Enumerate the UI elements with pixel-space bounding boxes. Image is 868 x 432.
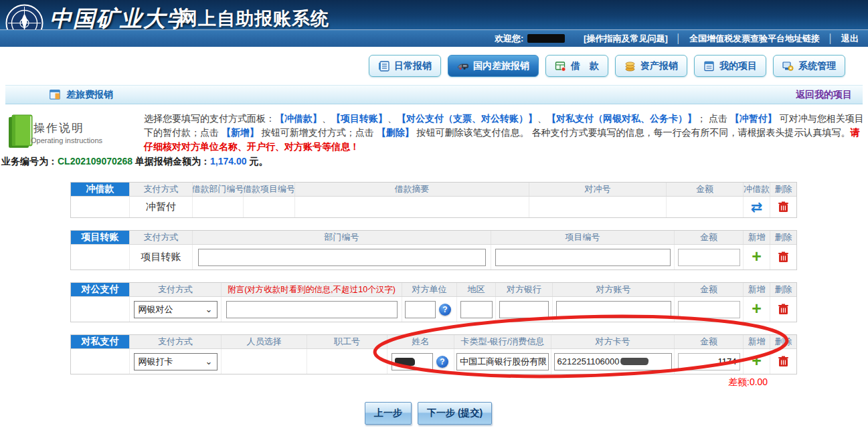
empty-cell — [71, 197, 130, 217]
section-label: 项目转账 — [71, 231, 130, 244]
back-to-projects-link[interactable]: 返回我的项目 — [796, 89, 852, 101]
section-project-transfer: 项目转账 支付方式 部门编号 项目编号 金额 新增 删除 项目转账 + — [70, 230, 797, 270]
column-header-memo: 附言(对方收款时看到的信息,不超过10个汉字) — [222, 283, 402, 296]
column-header: 删除 — [770, 335, 796, 348]
empty-cell — [71, 245, 130, 269]
column-header: 项目编号 — [491, 231, 675, 244]
daily-expense-icon — [378, 61, 389, 72]
wizard-buttons: 上一步 下一步 (提交) — [365, 402, 492, 425]
empty-cell — [193, 197, 244, 217]
next-step-submit-button[interactable]: 下一步 (提交) — [418, 402, 492, 425]
system-manage-icon — [782, 61, 794, 72]
column-header: 金额 — [675, 231, 744, 244]
column-header: 姓名 — [387, 335, 454, 348]
instructions-text: 选择您要填写的支付方式面板：【冲借款】、【项目转账】、【对公支付（支票、对公转账… — [144, 112, 864, 154]
balance-diff: 差额:0.00 — [728, 376, 768, 389]
travel-form-icon — [50, 90, 60, 100]
person-select-cell — [222, 349, 307, 374]
guide-link[interactable]: [操作指南及常见问题] — [584, 33, 668, 45]
table-row: 冲暂付 ⇄ — [71, 197, 796, 217]
invoice-check-link[interactable]: 全国增值税发票查验平台地址链接 — [689, 33, 820, 45]
welcome-bar: 欢迎您: [操作指南及常见问题] │ 全国增值税发票查验平台地址链接 │ 退出 — [0, 29, 868, 47]
loan-icon — [555, 61, 566, 72]
delete-row-icon[interactable] — [778, 251, 788, 263]
delete-row-icon[interactable] — [778, 356, 788, 367]
column-header: 借款摘要 — [295, 183, 529, 196]
project-code-input[interactable] — [495, 249, 671, 266]
column-header: 金额 — [675, 335, 744, 348]
name-redacted — [395, 358, 415, 366]
column-header: 新增 — [744, 283, 770, 296]
payee-name-input[interactable] — [392, 353, 433, 370]
column-header: 借款项目编号 — [244, 183, 295, 196]
tab-asset-expense[interactable]: 资产报销 — [615, 55, 687, 77]
payee-card-no-input[interactable]: 6212251106000 — [554, 353, 672, 370]
column-header: 借款部门编号 — [193, 183, 244, 196]
help-icon[interactable]: ? — [439, 304, 451, 316]
chevron-down-icon: ⌄ — [205, 356, 213, 366]
business-info-line: 业务编号为：CL202109070268 单据报销金额为：1,174.00 元。 — [1, 156, 268, 168]
offset-loan-icon[interactable]: ⇄ — [751, 200, 763, 214]
business-no-label: 业务编号为： — [1, 156, 58, 167]
empty-cell — [667, 197, 744, 217]
tab-domestic-travel[interactable]: 国内差旅报销 — [448, 55, 539, 77]
amount-input[interactable] — [678, 249, 740, 266]
column-header: 冲借款 — [744, 183, 770, 196]
amount-input[interactable] — [678, 301, 740, 318]
asset-coins-icon — [624, 61, 636, 72]
column-header: 删除 — [770, 183, 796, 196]
column-header: 部门编号 — [193, 231, 491, 244]
column-header: 职工号 — [307, 335, 387, 348]
pay-method-select[interactable]: 网银打卡⌄ — [134, 353, 218, 370]
pay-method-cell: 项目转账 — [130, 245, 193, 269]
column-header: 对方账号 — [553, 283, 675, 296]
column-header: 金额 — [667, 183, 744, 196]
column-header: 删除 — [770, 283, 796, 296]
tab-daily-expense[interactable]: 日常报销 — [369, 55, 441, 77]
tab-label: 系统管理 — [798, 60, 836, 72]
section-corporate-payment: 对公支付 支付方式 附言(对方收款时看到的信息,不超过10个汉字) 对方单位 地… — [70, 282, 797, 322]
tab-system-manage[interactable]: 系统管理 — [773, 55, 845, 77]
page-title: 差旅费报销 — [66, 89, 113, 101]
column-header: 地区 — [457, 283, 496, 296]
section-offset-loan: 冲借款 支付方式 借款部门编号 借款项目编号 借款摘要 对冲号 金额 冲借款 删… — [70, 182, 797, 218]
column-header: 支付方式 — [130, 231, 193, 244]
pay-method-select[interactable]: 网银对公⌄ — [134, 301, 218, 318]
help-icon[interactable]: ? — [436, 356, 448, 368]
business-no-value: CL202109070268 — [58, 156, 133, 167]
column-header: 新增 — [744, 231, 770, 244]
delete-row-icon[interactable] — [778, 304, 788, 315]
column-header: 删除 — [770, 231, 796, 244]
prev-step-button[interactable]: 上一步 — [365, 402, 412, 425]
payee-unit-input[interactable] — [405, 301, 436, 318]
payee-account-input[interactable] — [556, 301, 671, 318]
card-type-bank-input[interactable]: 中国工商银行股份有限 — [456, 353, 549, 370]
logout-link[interactable]: 退出 — [841, 33, 859, 45]
divider — [573, 33, 576, 43]
section-label: 冲借款 — [71, 183, 130, 196]
table-row: 网银对公⌄ ? + — [71, 297, 796, 322]
memo-input[interactable] — [226, 301, 398, 318]
column-header: 人员选择 — [222, 335, 307, 348]
payee-bank-input[interactable] — [499, 301, 549, 318]
add-row-icon[interactable]: + — [752, 352, 762, 369]
welcome-label: 欢迎您: — [495, 33, 523, 45]
section-label: 对公支付 — [71, 283, 130, 296]
column-header: 卡类型-银行/消费信息 — [454, 335, 551, 348]
column-header: 对方卡号 — [551, 335, 675, 348]
amount-input[interactable] — [678, 353, 740, 370]
tab-label: 我的项目 — [719, 60, 757, 72]
add-row-icon[interactable]: + — [752, 300, 762, 317]
column-header: 支付方式 — [130, 335, 222, 348]
delete-row-icon[interactable] — [778, 201, 788, 213]
tab-loan[interactable]: 借 款 — [545, 55, 608, 77]
tab-my-projects[interactable]: 我的项目 — [694, 55, 766, 77]
empty-cell — [71, 349, 130, 374]
instructions-book-icon — [7, 114, 33, 152]
tab-label: 日常报销 — [394, 60, 432, 72]
empty-cell — [529, 197, 667, 217]
dept-code-input[interactable] — [198, 249, 486, 266]
add-row-icon[interactable]: + — [752, 248, 762, 265]
region-input[interactable] — [460, 301, 493, 318]
payment-sections: 冲借款 支付方式 借款部门编号 借款项目编号 借款摘要 对冲号 金额 冲借款 删… — [70, 182, 797, 374]
